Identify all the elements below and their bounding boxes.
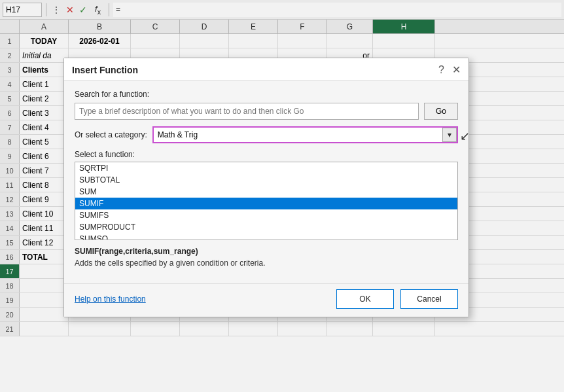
dialog-buttons: OK Cancel	[336, 289, 458, 309]
search-label: Search for a function:	[75, 90, 458, 99]
go-button[interactable]: Go	[424, 103, 458, 120]
dialog-overlay: Insert Function ? ✕ Search for a functio…	[0, 0, 564, 392]
cursor-pointer-icon: ↙	[460, 129, 470, 143]
ok-button[interactable]: OK	[336, 289, 394, 309]
function-list[interactable]: SQRTPI SUBTOTAL SUM SUMIF SUMIFS SUMPROD…	[75, 162, 458, 240]
category-select[interactable]: Most Recently Used All Financial Date & …	[152, 126, 458, 143]
close-icon[interactable]: ✕	[452, 63, 461, 76]
dialog-title: Insert Function	[72, 65, 138, 75]
dialog-titlebar-icons: ? ✕	[438, 63, 461, 76]
list-item[interactable]: SUM	[75, 186, 457, 198]
list-item[interactable]: SUMPRODUCT	[75, 221, 457, 233]
dialog-footer: Help on this function OK Cancel	[64, 283, 468, 317]
list-item-selected[interactable]: SUMIF	[75, 198, 457, 209]
list-item[interactable]: SUMSQ	[75, 233, 457, 240]
help-icon[interactable]: ?	[438, 64, 444, 76]
dialog-body: Search for a function: Go Or select a ca…	[64, 80, 468, 283]
cancel-button[interactable]: Cancel	[400, 289, 458, 309]
search-input[interactable]	[75, 103, 419, 120]
search-row: Go	[75, 103, 458, 120]
function-list-label: Select a function:	[75, 150, 458, 159]
category-select-wrapper: Most Recently Used All Financial Date & …	[152, 126, 458, 143]
function-signature: SUMIF(range,criteria,sum_range)	[75, 247, 458, 256]
list-item[interactable]: SUBTOTAL	[75, 174, 457, 186]
list-item[interactable]: SQRTPI	[75, 162, 457, 174]
help-link[interactable]: Help on this function	[75, 294, 146, 304]
insert-function-dialog: Insert Function ? ✕ Search for a functio…	[63, 58, 469, 317]
list-item[interactable]: SUMIFS	[75, 209, 457, 221]
dialog-titlebar: Insert Function ? ✕	[64, 58, 468, 80]
category-row: Or select a category: Most Recently Used…	[75, 126, 458, 143]
function-description: Adds the cells specified by a given cond…	[75, 258, 458, 268]
category-label: Or select a category:	[75, 130, 147, 139]
